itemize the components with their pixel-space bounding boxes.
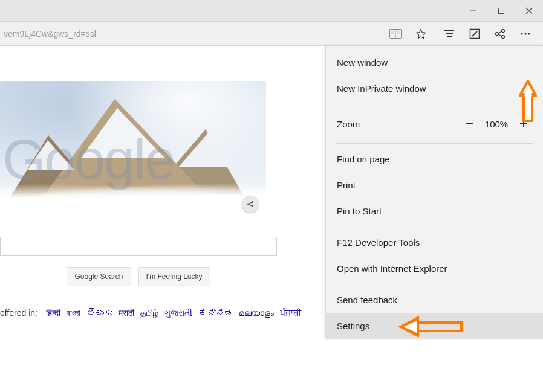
- menu-zoom-row: Zoom 100%: [326, 107, 543, 141]
- menu-divider: [336, 104, 533, 104]
- svg-point-15: [496, 32, 499, 35]
- lang-link[interactable]: বাংলা: [67, 308, 80, 318]
- svg-line-27: [249, 205, 252, 206]
- reading-view-icon[interactable]: [383, 22, 408, 46]
- favorite-star-icon[interactable]: [408, 22, 434, 46]
- svg-marker-33: [401, 319, 418, 335]
- address-bar: vem9Lj4Cw&gws_rd=ssl: [0, 22, 543, 46]
- lang-link[interactable]: ಕನ್ನಡ: [198, 308, 233, 318]
- annotation-arrow-settings: [398, 316, 465, 339]
- svg-point-20: [521, 33, 522, 34]
- zoom-in-button[interactable]: [513, 113, 535, 135]
- doodle-share-icon[interactable]: [242, 196, 259, 213]
- menu-divider: [336, 227, 533, 227]
- lang-link[interactable]: தமிழ்: [140, 308, 158, 318]
- lang-link[interactable]: తెలుగు: [86, 308, 112, 318]
- svg-rect-31: [415, 323, 461, 331]
- zoom-out-button[interactable]: [458, 113, 480, 135]
- google-search-button[interactable]: Google Search: [67, 267, 131, 286]
- svg-line-19: [498, 34, 502, 36]
- hub-icon[interactable]: [437, 22, 462, 46]
- share-icon[interactable]: [487, 22, 513, 46]
- webnote-icon[interactable]: [462, 22, 487, 46]
- menu-open-ie[interactable]: Open with Internet Explorer: [326, 255, 543, 281]
- lang-link[interactable]: हिन्दी: [46, 308, 60, 318]
- svg-line-18: [498, 31, 502, 33]
- close-button[interactable]: [515, 2, 543, 20]
- svg-point-17: [502, 35, 505, 38]
- more-menu: New window New InPrivate window Zoom 100…: [325, 46, 543, 339]
- lang-link[interactable]: മലയാളം: [239, 308, 274, 318]
- menu-divider: [336, 143, 533, 144]
- menu-divider: [336, 284, 533, 284]
- lang-link[interactable]: ਪੰਜਾਬੀ: [280, 308, 301, 318]
- maximize-button[interactable]: [487, 2, 515, 20]
- menu-devtools[interactable]: F12 Developer Tools: [326, 230, 543, 255]
- url-display[interactable]: vem9Lj4Cw&gws_rd=ssl: [0, 29, 100, 39]
- lang-link[interactable]: मराठी: [119, 308, 134, 318]
- menu-feedback[interactable]: Send feedback: [326, 287, 543, 313]
- svg-line-26: [249, 202, 252, 204]
- svg-line-14: [472, 31, 477, 36]
- minimize-button[interactable]: [460, 2, 487, 20]
- search-buttons: Google Search I'm Feeling Lucky: [0, 267, 277, 286]
- menu-settings[interactable]: Settings: [326, 313, 543, 339]
- page-content: Google Google Search I'm Feeling Lucky o…: [0, 46, 543, 392]
- language-lead: offered in:: [0, 308, 37, 318]
- svg-point-16: [502, 29, 505, 32]
- lang-link[interactable]: ગુજરાતી: [164, 308, 192, 318]
- svg-rect-1: [499, 8, 504, 13]
- svg-point-22: [528, 33, 530, 34]
- window-titlebar: [0, 0, 543, 22]
- menu-pin[interactable]: Pin to Start: [326, 198, 543, 224]
- svg-point-21: [524, 33, 526, 34]
- menu-new-inprivate[interactable]: New InPrivate window: [326, 76, 543, 101]
- svg-marker-32: [401, 318, 418, 336]
- menu-print[interactable]: Print: [326, 172, 543, 198]
- google-doodle[interactable]: Google: [0, 81, 266, 220]
- more-icon[interactable]: [513, 22, 538, 46]
- search-input[interactable]: [0, 237, 277, 256]
- toolbar-separator: [435, 27, 435, 40]
- menu-new-window[interactable]: New window: [326, 50, 543, 76]
- feeling-lucky-button[interactable]: I'm Feeling Lucky: [138, 267, 210, 286]
- menu-find[interactable]: Find on page: [326, 146, 543, 172]
- zoom-label: Zoom: [337, 119, 458, 129]
- zoom-value: 100%: [480, 119, 513, 129]
